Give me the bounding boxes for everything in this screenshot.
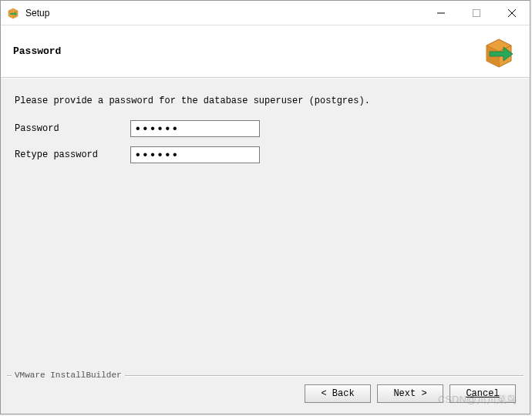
instruction-text: Please provide a password for the databa… xyxy=(15,96,516,106)
wizard-footer: VMware InstallBuilder < Back Next > Canc… xyxy=(1,369,530,414)
box-arrow-icon xyxy=(480,33,517,70)
app-icon xyxy=(7,7,19,19)
page-title: Password xyxy=(13,45,61,57)
svg-rect-1 xyxy=(473,9,480,16)
titlebar: Setup xyxy=(1,1,530,25)
back-button[interactable]: < Back xyxy=(305,384,371,403)
maximize-button xyxy=(459,1,494,25)
password-label: Password xyxy=(15,123,130,134)
wizard-header: Password xyxy=(1,25,530,78)
retype-password-label: Retype password xyxy=(15,149,130,160)
minimize-button[interactable] xyxy=(423,1,459,25)
wizard-content: Please provide a password for the databa… xyxy=(1,78,530,369)
cancel-button[interactable]: Cancel xyxy=(450,384,516,403)
setup-window: Setup Password Please provide xyxy=(0,0,530,414)
password-row: Password xyxy=(15,120,516,137)
branding-label: VMware InstallBuilder xyxy=(12,371,125,380)
close-button[interactable] xyxy=(494,1,530,25)
retype-password-row: Retype password xyxy=(15,146,516,163)
next-button[interactable]: Next > xyxy=(377,384,443,403)
button-bar: < Back Next > Cancel xyxy=(305,384,516,403)
password-input[interactable] xyxy=(130,120,260,137)
retype-password-input[interactable] xyxy=(130,146,260,163)
window-title: Setup xyxy=(25,8,423,18)
window-controls xyxy=(423,1,530,25)
